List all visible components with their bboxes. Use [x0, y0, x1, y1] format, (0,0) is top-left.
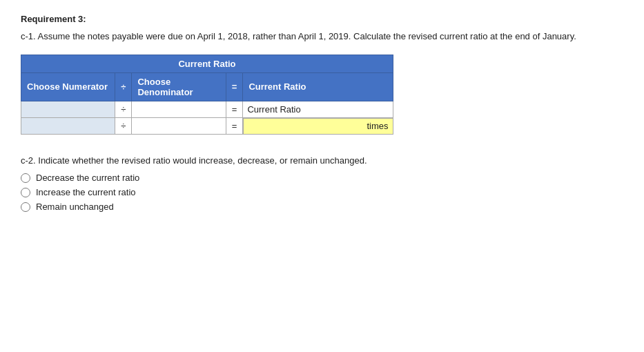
- denominator-input-row1[interactable]: [132, 101, 226, 117]
- radio-increase-label: Increase the current ratio: [36, 187, 136, 197]
- denominator-input-row2[interactable]: [132, 117, 226, 135]
- denominator-text-row2[interactable]: [136, 121, 221, 131]
- radio-item-increase[interactable]: Increase the current ratio: [21, 187, 623, 197]
- requirement-label: Requirement 3:: [21, 14, 623, 24]
- equals-row2: =: [226, 117, 243, 135]
- radio-item-decrease[interactable]: Decrease the current ratio: [21, 173, 623, 183]
- col-header-result: Current Ratio: [243, 72, 393, 101]
- numerator-text-row1[interactable]: [26, 104, 110, 115]
- operator-row2: ÷: [115, 117, 132, 135]
- col-header-numerator: Choose Numerator: [21, 72, 115, 101]
- equals-row1: =: [226, 101, 243, 117]
- radio-increase[interactable]: [21, 188, 30, 197]
- numerator-text-row2[interactable]: [26, 121, 110, 131]
- col-header-operator1: ÷: [115, 72, 132, 101]
- col-header-equals: =: [226, 72, 243, 101]
- denominator-text-row1[interactable]: [136, 104, 221, 115]
- col-header-denominator: Choose Denominator: [132, 72, 226, 101]
- radio-unchanged[interactable]: [21, 202, 30, 212]
- section-c2: c-2. Indicate whether the revised ratio …: [21, 155, 623, 212]
- result-row1: Current Ratio: [243, 101, 393, 117]
- current-ratio-table: Current Ratio Choose Numerator ÷ Choose …: [21, 55, 623, 135]
- result-row2[interactable]: times: [243, 118, 393, 135]
- table-top-header: Current Ratio: [21, 55, 393, 72]
- radio-item-unchanged[interactable]: Remain unchanged: [21, 202, 623, 212]
- times-label: times: [367, 121, 388, 131]
- operator-row1: ÷: [115, 101, 132, 117]
- section-c2-label: c-2. Indicate whether the revised ratio …: [21, 155, 623, 166]
- numerator-input-row2[interactable]: [21, 117, 115, 135]
- radio-unchanged-label: Remain unchanged: [36, 202, 114, 212]
- radio-decrease[interactable]: [21, 173, 30, 183]
- radio-decrease-label: Decrease the current ratio: [36, 173, 139, 183]
- numerator-input-row1[interactable]: [21, 101, 115, 117]
- instruction-c1: c-1. Assume the notes payable were due o…: [21, 30, 623, 43]
- radio-group: Decrease the current ratio Increase the …: [21, 173, 623, 212]
- result-value-row2[interactable]: [248, 121, 364, 131]
